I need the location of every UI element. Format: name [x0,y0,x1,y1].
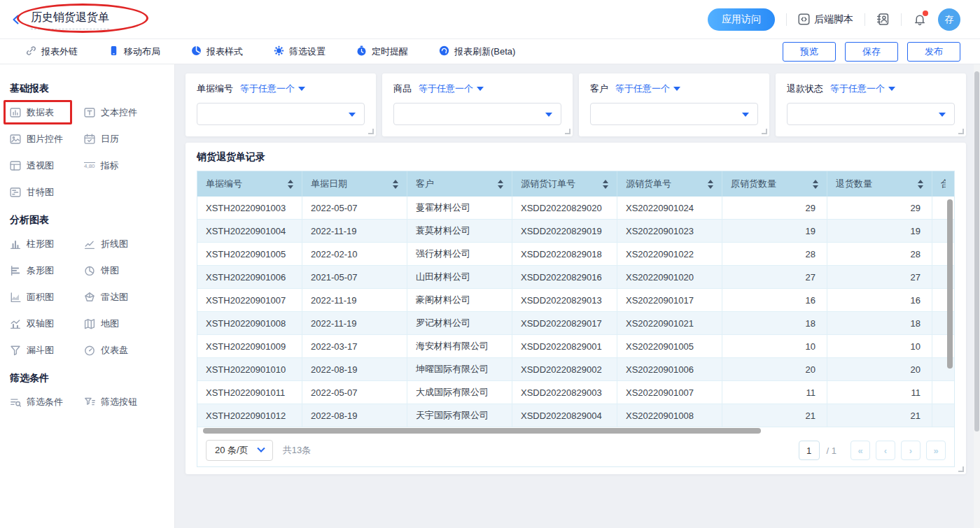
sort-icon[interactable] [603,180,608,189]
filter-value-select[interactable] [787,103,955,125]
table-cell: 27 [827,266,932,289]
sort-icon[interactable] [708,180,713,189]
filter-operator-select[interactable]: 等于任意一个 [240,83,305,95]
filter-value-select[interactable] [393,103,561,125]
first-page-button[interactable]: « [850,441,870,460]
address-book-button[interactable] [876,13,890,26]
toolbar-item-2[interactable]: 移动布局 [108,45,160,58]
table-cell: 16 [827,289,932,312]
sidebar-item-条形图[interactable]: 条形图 [10,264,84,277]
gantt-icon [10,187,21,198]
toolbar-item-5[interactable]: 定时提醒 [356,45,408,58]
toolbar-item-4[interactable]: 筛选设置 [274,45,326,58]
filter-widget-退款状态: 退款状态 等于任意一个 [776,73,966,136]
table-cell: 21 [827,404,932,427]
filter-operator-select[interactable]: 等于任意一个 [615,83,680,95]
gauge-icon [84,345,95,356]
toolbar-item-1[interactable]: 报表外链 [25,45,78,58]
notification-button[interactable] [913,13,927,27]
sidebar-item-漏斗图[interactable]: 漏斗图 [10,344,84,357]
sidebar-item-数据表[interactable]: 数据表 [10,106,84,119]
table-cell: XS20220901005 [617,335,722,358]
page-size-select[interactable]: 20 条/页 [206,440,273,461]
sidebar-item-柱形图[interactable]: 柱形图 [10,238,84,250]
table-cell: 2022-05-07 [302,381,407,404]
widget-resize-handle[interactable] [368,129,374,134]
column-header-源销货单号[interactable]: 源销货单号 [617,171,722,197]
table-row: XSTH202209010062021-05-07山田材料公司XSDD20220… [197,266,954,289]
filter-field-label: 单据编号 [197,83,233,95]
backend-script-button[interactable]: 后端脚本 [798,13,853,26]
toolbar-item-3[interactable]: 报表样式 [191,45,243,58]
table-cell: 豪阁材料公司 [407,289,512,312]
table-cell: 2022-08-19 [302,404,407,427]
publish-button[interactable]: 发布 [907,42,960,62]
page-title[interactable]: 历史销货退货单 [31,10,109,29]
table-row: XSTH202209010092022-03-17海安材料有限公司XSDD202… [197,335,954,358]
sidebar-item-甘特图[interactable]: 甘特图 [10,186,84,199]
table-cell: 29 [722,197,827,220]
prev-page-button[interactable]: ‹ [876,441,895,460]
sidebar-item-面积图[interactable]: 面积图 [10,291,84,304]
back-button[interactable] [10,13,22,26]
column-header-退货数量[interactable]: 退货数量 [827,171,932,197]
column-chart-icon [10,238,21,250]
column-header-单据编号[interactable]: 单据编号 [197,171,302,197]
table-cell: XS20220901023 [617,220,722,243]
sidebar-item-饼图[interactable]: 饼图 [84,264,158,277]
table-cell: XSDD20220829002 [512,358,617,381]
sort-icon[interactable] [498,180,503,189]
app-access-button[interactable]: 应用访问 [708,8,775,31]
sort-icon[interactable] [393,180,398,189]
save-button[interactable]: 保存 [845,42,898,62]
filter-operator-select[interactable]: 等于任意一个 [830,83,895,95]
sidebar-item-透视图[interactable]: 透视图 [10,159,84,172]
widget-resize-handle[interactable] [958,129,964,134]
table-cell: XS20220901022 [617,243,722,266]
sidebar-item-地图[interactable]: 地图 [84,317,158,330]
table-cell: XSTH20220901012 [197,404,302,427]
column-header-原销货数量[interactable]: 原销货数量 [722,171,827,197]
horizontal-scroll-thumb[interactable] [203,428,761,434]
avatar[interactable]: 存 [938,8,960,31]
next-page-button[interactable]: › [901,441,920,460]
preview-button[interactable]: 预览 [783,42,836,62]
table-vertical-scrollbar[interactable] [947,199,953,369]
filter-value-select[interactable] [197,103,365,125]
sidebar-item-筛选按钮[interactable]: 筛选按钮 [84,396,158,408]
sidebar-item-仪表盘[interactable]: 仪表盘 [84,344,158,357]
sidebar-item-雷达图[interactable]: 雷达图 [84,291,158,304]
sort-icon[interactable] [918,180,923,189]
sidebar-item-图片控件[interactable]: 图片控件 [10,133,84,145]
widget-resize-handle[interactable] [565,129,570,134]
table-cell: XSTH20220901010 [197,358,302,381]
sidebar-item-文本控件[interactable]: 文本控件 [84,106,158,119]
sidebar-item-双轴图[interactable]: 双轴图 [10,317,84,330]
sidebar-item-指标[interactable]: 4,80指标 [84,159,158,172]
table-row: XSTH202209010052022-02-10强行材料公司XSDD20220… [197,243,954,266]
last-page-button[interactable]: » [926,441,946,460]
window-scroll-thumb[interactable] [974,71,979,431]
column-header-单据日期[interactable]: 单据日期 [302,171,407,197]
filter-value-select[interactable] [590,103,758,125]
sidebar-item-折线图[interactable]: 折线图 [84,238,158,250]
sidebar-section-title: 筛选条件 [10,372,174,385]
column-header-源销货订单号[interactable]: 源销货订单号 [512,171,617,197]
code-square-icon [798,13,810,25]
table-cell: XSDD20220829013 [512,289,617,312]
page-number-input[interactable]: 1 [799,441,820,460]
table-resize-handle[interactable] [958,466,964,472]
column-header-客户[interactable]: 客户 [407,171,512,197]
filter-operator-select[interactable]: 等于任意一个 [419,83,484,95]
sidebar-item-筛选条件[interactable]: 筛选条件 [10,396,84,408]
sidebar-section-title: 基础报表 [10,83,174,95]
widget-resize-handle[interactable] [762,129,767,134]
sort-icon[interactable] [813,180,818,189]
calendar-icon [84,134,95,145]
sort-icon[interactable] [288,180,293,189]
toolbar-item-6[interactable]: 报表刷新(Beta) [439,45,515,58]
table-cell: XSTH20220901004 [197,220,302,243]
column-header-合计金额[interactable]: 合计金额 [932,171,954,197]
table-cell [932,381,954,404]
sidebar-item-日历[interactable]: 日历 [84,133,158,145]
